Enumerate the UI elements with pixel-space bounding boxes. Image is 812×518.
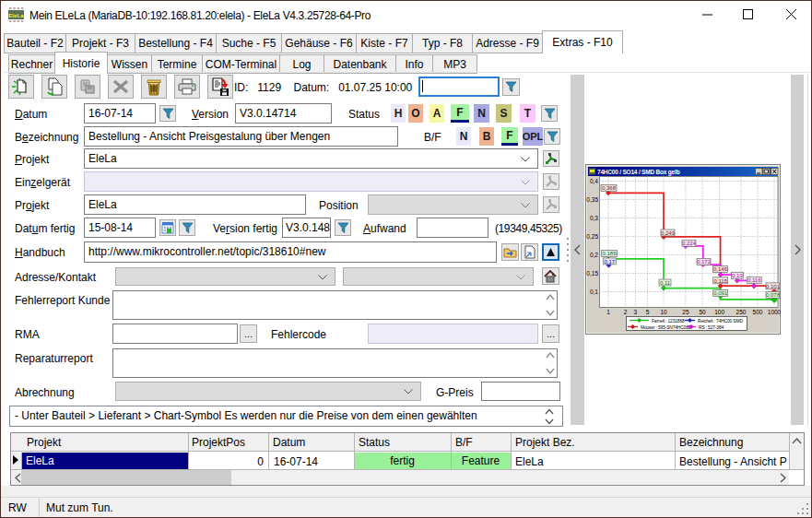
svg-text:RS : 527-384: RS : 527-384 — [699, 325, 724, 330]
svg-text:0,189: 0,189 — [602, 251, 617, 256]
svg-text:0,116: 0,116 — [747, 277, 761, 283]
svg-text:0,146: 0,146 — [713, 266, 728, 272]
svg-text:0,101: 0,101 — [766, 284, 781, 289]
svg-text:0,091: 0,091 — [713, 290, 728, 296]
svg-text:0,3: 0,3 — [590, 215, 598, 221]
svg-text:EleLa: EleLa — [8, 12, 24, 18]
svg-text:Farnell : 1231868: Farnell : 1231868 — [652, 319, 685, 324]
svg-text:25: 25 — [682, 309, 689, 315]
svg-text:0,078: 0,078 — [766, 292, 781, 298]
svg-text:0,17: 0,17 — [604, 259, 615, 265]
svg-text:500: 500 — [753, 309, 763, 315]
svg-text:0,4: 0,4 — [590, 178, 598, 184]
svg-text:1000: 1000 — [768, 309, 781, 315]
svg-text:0,11: 0,11 — [660, 280, 671, 286]
svg-text:1: 1 — [606, 309, 610, 315]
svg-text:Reichelt : 74HC00 SMD: Reichelt : 74HC00 SMD — [698, 319, 743, 324]
svg-text:10: 10 — [660, 309, 667, 315]
svg-text:50: 50 — [699, 309, 706, 315]
svg-text:0,1: 0,1 — [590, 288, 598, 295]
svg-text:0,115: 0,115 — [713, 278, 727, 284]
svg-text:2: 2 — [624, 309, 628, 315]
svg-text:250: 250 — [736, 309, 747, 315]
svg-text:0,249: 0,249 — [661, 230, 676, 236]
svg-text:Mouser : 595-SN74HC00D: Mouser : 595-SN74HC00D — [641, 325, 692, 330]
svg-text:0,172: 0,172 — [697, 259, 712, 265]
svg-text:100: 100 — [714, 309, 724, 315]
svg-text:5: 5 — [646, 309, 650, 315]
svg-text:0,368: 0,368 — [602, 185, 617, 191]
svg-text:0,224: 0,224 — [682, 241, 697, 246]
svg-text:0,15: 0,15 — [586, 270, 598, 277]
svg-text:0,2: 0,2 — [590, 252, 598, 258]
svg-text:3: 3 — [634, 309, 638, 315]
svg-text:0,35: 0,35 — [586, 196, 598, 203]
svg-text:0,25: 0,25 — [586, 233, 598, 240]
svg-text:0,13: 0,13 — [732, 273, 743, 278]
svg-text:74HC00 / SO14 / SMD Box gelb: 74HC00 / SO14 / SMD Box gelb — [597, 169, 680, 176]
